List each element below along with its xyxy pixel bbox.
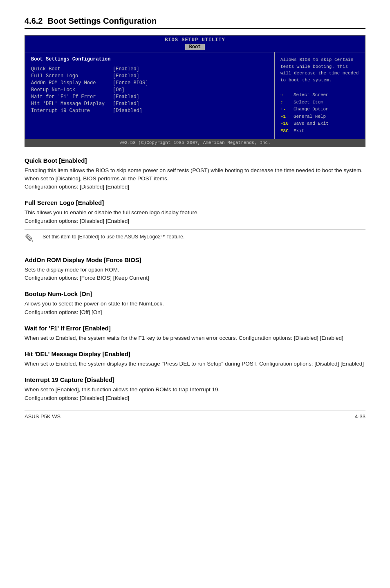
bios-key-row: F10Save and Exit xyxy=(280,120,359,128)
subsection-body-addon-rom: Sets the display mode for option ROM.Con… xyxy=(25,266,365,283)
bios-key-icon: ↔ xyxy=(280,92,292,99)
bios-key-legend: ↔Select Screen↕Select Item+-Change Optio… xyxy=(280,92,359,135)
bios-key-row: ESCExit xyxy=(280,128,359,135)
subsection-body-interrupt-19: When set to [Enabled], this function all… xyxy=(25,386,365,402)
subsection-title-quick-boot: Quick Boot [Enabled] xyxy=(25,157,365,164)
subsection-bootup-numlock: Bootup Num-Lock [On]Allows you to select… xyxy=(25,290,365,316)
bios-item: Hit 'DEL' Message Display[Enabled] xyxy=(31,101,269,107)
bios-item-label: Wait for 'F1' If Error xyxy=(31,94,113,100)
subsections: Quick Boot [Enabled]Enabling this item a… xyxy=(25,157,365,402)
bios-key-label: Select Item xyxy=(294,99,323,106)
bios-item-value: [Enabled] xyxy=(113,73,139,79)
footer-right: 4-33 xyxy=(355,413,365,420)
bios-item-label: Full Screen Logo xyxy=(31,73,113,79)
bios-item: Wait for 'F1' If Error[Enabled] xyxy=(31,94,269,100)
bios-right-hint: Allows BIOS to skip certain tests while … xyxy=(280,56,359,83)
bios-item-label: AddOn ROM Display Mode xyxy=(31,80,113,86)
subsection-body-bootup-numlock: Allows you to select the power-on state … xyxy=(25,300,365,316)
bios-key-label: Change Option xyxy=(294,106,329,113)
subsection-title-addon-rom: AddOn ROM Display Mode [Force BIOS] xyxy=(25,256,365,263)
bios-key-row: F1General Help xyxy=(280,113,359,121)
bios-item-value: [Force BIOS] xyxy=(113,80,148,86)
bios-key-label: Save and Exit xyxy=(294,120,329,128)
subsection-title-full-screen-logo: Full Screen Logo [Enabled] xyxy=(25,199,365,206)
bios-item-label: Interrupt 19 Capture xyxy=(31,108,113,114)
subsection-interrupt-19: Interrupt 19 Capture [Disabled]When set … xyxy=(25,376,365,402)
bios-tab-boot: Boot xyxy=(185,44,205,50)
footer-left: ASUS P5K WS xyxy=(25,413,61,420)
bios-key-row: ↕Select Item xyxy=(280,99,359,106)
subsection-addon-rom: AddOn ROM Display Mode [Force BIOS]Sets … xyxy=(25,256,365,283)
bios-item-value: [Disabled] xyxy=(113,108,142,114)
bios-item-label: Bootup Num-Lock xyxy=(31,87,113,93)
bios-key-icon: F1 xyxy=(280,113,292,121)
section-title: Boot Settings Configuration xyxy=(47,16,157,26)
bios-item-value: [Enabled] xyxy=(113,101,139,107)
bios-key-label: Select Screen xyxy=(294,92,329,99)
subsection-body-hit-del: When set to Enabled, the system displays… xyxy=(25,360,365,368)
subsection-title-interrupt-19: Interrupt 19 Capture [Disabled] xyxy=(25,376,365,383)
bios-key-icon: F10 xyxy=(280,120,292,128)
bios-item: Bootup Num-Lock[On] xyxy=(31,87,269,93)
bios-item-value: [Enabled] xyxy=(113,66,139,72)
subsection-wait-f1: Wait for 'F1' If Error [Enabled]When set… xyxy=(25,325,365,342)
bios-key-row: +-Change Option xyxy=(280,106,359,113)
bios-key-label: General Help xyxy=(294,113,326,121)
bios-item: Full Screen Logo[Enabled] xyxy=(31,73,269,79)
bios-item-label: Quick Boot xyxy=(31,66,113,72)
bios-item: AddOn ROM Display Mode[Force BIOS] xyxy=(31,80,269,86)
bios-item: Interrupt 19 Capture[Disabled] xyxy=(31,108,269,114)
subsection-quick-boot: Quick Boot [Enabled]Enabling this item a… xyxy=(25,157,365,191)
bios-item-value: [On] xyxy=(113,87,125,93)
subsection-body-full-screen-logo: This allows you to enable or disable the… xyxy=(25,209,365,225)
note-icon: ✎ xyxy=(25,233,38,245)
bios-key-label: Exit xyxy=(294,128,304,135)
bios-screenshot: BIOS SETUP UTILITY Boot Boot Settings Co… xyxy=(25,35,365,147)
bios-header-title: BIOS SETUP UTILITY xyxy=(25,36,365,44)
note-box-full-screen-logo: ✎ Set this item to [Enabled] to use the … xyxy=(25,229,365,248)
section-number: 4.6.2 xyxy=(25,16,43,26)
subsection-body-quick-boot: Enabling this item allows the BIOS to sk… xyxy=(25,166,365,191)
bios-key-icon: ↕ xyxy=(280,99,292,106)
subsection-body-wait-f1: When set to Enabled, the system waits fo… xyxy=(25,334,365,342)
subsection-hit-del: Hit 'DEL' Message Display [Enabled]When … xyxy=(25,350,365,368)
bios-key-icon: ESC xyxy=(280,128,292,135)
subsection-title-hit-del: Hit 'DEL' Message Display [Enabled] xyxy=(25,350,365,357)
bios-items-list: Quick Boot[Enabled]Full Screen Logo[Enab… xyxy=(31,66,269,114)
bios-item-value: [Enabled] xyxy=(113,94,139,100)
subsection-title-bootup-numlock: Bootup Num-Lock [On] xyxy=(25,290,365,297)
note-text: Set this item to [Enabled] to use the AS… xyxy=(43,233,184,241)
bios-key-row: ↔Select Screen xyxy=(280,92,359,99)
subsection-full-screen-logo: Full Screen Logo [Enabled]This allows yo… xyxy=(25,199,365,248)
bios-footer: v02.58 (C)Copyright 1985-2007, American … xyxy=(25,139,365,146)
bios-key-icon: +- xyxy=(280,106,292,113)
bios-item: Quick Boot[Enabled] xyxy=(31,66,269,72)
subsection-title-wait-f1: Wait for 'F1' If Error [Enabled] xyxy=(25,325,365,332)
bios-left-title: Boot Settings Configuration xyxy=(31,56,269,62)
bios-item-label: Hit 'DEL' Message Display xyxy=(31,101,113,107)
